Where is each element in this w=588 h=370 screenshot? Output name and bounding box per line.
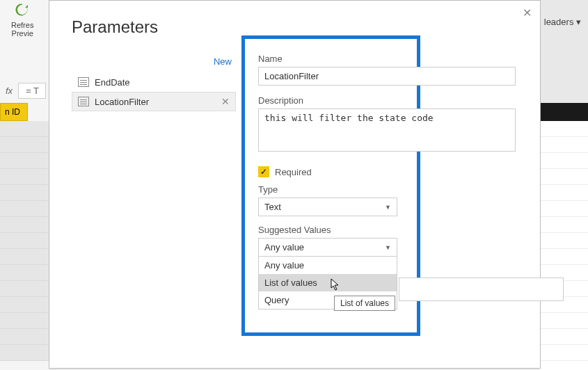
sidebar-item-label: LocationFilter: [95, 97, 216, 107]
current-value-input[interactable]: [399, 278, 564, 301]
param-sidebar: New EndDate LocationFilter ✕: [72, 54, 236, 111]
param-icon: [78, 97, 89, 106]
sv-option-any[interactable]: Any value: [259, 257, 397, 274]
delete-param-button[interactable]: ✕: [221, 96, 230, 107]
formula-input[interactable]: = T: [18, 83, 46, 99]
new-param-link[interactable]: New: [72, 54, 236, 72]
param-form: Name Description this will filter the st…: [258, 54, 516, 265]
required-label: Required: [275, 167, 312, 177]
suggested-values-value: Any value: [264, 242, 304, 252]
sidebar-item-locationfilter[interactable]: LocationFilter ✕: [72, 92, 236, 111]
name-label: Name: [258, 54, 516, 64]
column-header[interactable]: n ID: [0, 103, 28, 121]
type-select[interactable]: Text ▼: [258, 198, 397, 216]
chevron-down-icon: ▼: [385, 204, 391, 211]
parameters-dialog: ✕ Parameters New EndDate LocationFilter …: [49, 0, 541, 369]
ribbon-refresh-button[interactable]: Refres Previe: [11, 0, 33, 38]
refresh-label: Refres: [11, 21, 33, 29]
dialog-title: Parameters: [72, 17, 158, 37]
ribbon-headers-button[interactable]: leaders ▾: [544, 17, 581, 27]
preview-label: Previe: [12, 29, 33, 38]
type-value: Text: [264, 202, 281, 212]
name-input[interactable]: [258, 67, 516, 86]
sv-option-list[interactable]: List of values: [259, 274, 397, 291]
description-input[interactable]: this will filter the state code: [258, 108, 516, 152]
grid-rows-left: [0, 121, 49, 370]
formula-bar: fx = T: [0, 81, 46, 100]
type-label: Type: [258, 184, 516, 195]
grid-rows-right: [539, 103, 588, 370]
suggested-values-select[interactable]: Any value ▼: [258, 238, 397, 257]
refresh-icon: [11, 0, 33, 19]
description-label: Description: [258, 95, 516, 106]
tooltip: List of values: [334, 296, 395, 311]
fx-label: fx: [0, 86, 18, 96]
sidebar-item-label: EndDate: [95, 77, 230, 88]
required-checkbox[interactable]: ✓: [258, 166, 269, 177]
suggested-values-label: Suggested Values: [258, 225, 516, 235]
chevron-down-icon: ▼: [385, 244, 391, 251]
sidebar-item-enddate[interactable]: EndDate: [72, 72, 236, 92]
param-icon: [78, 77, 89, 87]
close-button[interactable]: ✕: [523, 6, 532, 19]
